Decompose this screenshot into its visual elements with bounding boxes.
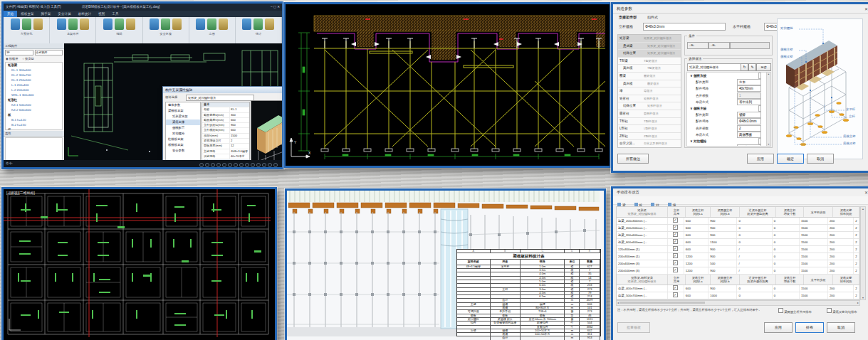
ribbon-group[interactable]: 安全复核 <box>143 17 189 43</box>
column-header[interactable]: 立杆共用 <box>668 275 686 285</box>
property-row[interactable]: 步距h(mm)1500 <box>202 134 249 139</box>
radio-by-floor[interactable]: ◉ 按楼层 <box>6 57 18 60</box>
batch-edit-button[interactable]: 批量修改 <box>617 322 650 333</box>
arrange-button[interactable]: 排布 <box>795 322 824 333</box>
command-prompt[interactable]: 命令: <box>6 161 13 165</box>
beam-row[interactable]: 120x300mm (1) 600 900 / 0 1500 200 2 <box>617 246 859 253</box>
method-prop-row[interactable]: ∨ 对拉螺栓 <box>687 138 767 144</box>
property-row[interactable]: 梁底增设立杆2 <box>202 139 249 144</box>
shared-checkbox[interactable] <box>668 292 684 299</box>
shared-checkbox[interactable] <box>668 218 684 224</box>
shared-checkbox[interactable] <box>668 232 684 238</box>
vertical-scrollbar[interactable]: ▴ ▾ <box>860 206 866 300</box>
ribbon-group-icons[interactable] <box>145 18 187 30</box>
dialog-tree-item[interactable]: 梁模板支架 <box>166 108 200 114</box>
category-row[interactable]: 悬挑梁矩形梁_对拉螺栓做法 <box>618 43 681 51</box>
dialog-tree-item[interactable]: 侧模配置 <box>166 125 200 131</box>
category-row[interactable]: 特殊位置矩形梁_对拉螺栓做法 <box>618 50 681 58</box>
status-toggle-icons[interactable] <box>199 161 279 169</box>
component-tree-item[interactable]: KZ-1 500x500 <box>6 102 62 107</box>
component-tree-item[interactable]: KL-2 300x700 <box>6 73 62 78</box>
column-header[interactable]: 梁两侧立杆间距Lb <box>711 207 740 217</box>
tool-icon[interactable] <box>126 18 135 30</box>
beam-row[interactable]: 边梁_600x600mm (... 600 1100 0 0 1500 200 … <box>617 239 859 246</box>
property-row[interactable]: 立杆纵距la(mm)900 <box>202 123 249 128</box>
apply-button[interactable]: 应用 <box>764 322 793 333</box>
shared-checkbox[interactable] <box>668 225 684 231</box>
tool-icon[interactable] <box>253 18 263 30</box>
method-combo[interactable]: 矩形梁_对拉螺栓做法 <box>687 63 741 71</box>
dialog-tree-item[interactable]: 矩形梁支架 <box>166 114 200 119</box>
condition-combo-1[interactable]: -无- <box>687 42 708 49</box>
dialog-tree-item[interactable]: 板模板支架 <box>166 142 200 148</box>
condition-value-field[interactable] <box>730 42 770 49</box>
tool-icon[interactable] <box>115 18 124 30</box>
ok-button[interactable]: 确定 <box>777 154 804 164</box>
method-grid-scrollbar[interactable]: ▴ ▾ <box>766 72 771 147</box>
tool-icon[interactable] <box>207 18 216 30</box>
category-row[interactable]: T型柱T型柱做法 <box>618 118 681 126</box>
method-prop-row[interactable]: 配件类型钢管 <box>687 112 767 118</box>
column-header[interactable]: 梁底立杆间距La <box>686 207 711 217</box>
cad-window-buttons[interactable]: ‒ ▢ ✕ <box>271 4 280 11</box>
ribbon-group[interactable]: 方案转化 <box>4 17 50 43</box>
floor-combo[interactable]: 3F <box>5 50 33 55</box>
dialog-tree-item[interactable]: 梁底支撑 <box>166 119 200 125</box>
property-row[interactable]: 立杆横距lb(mm)600 <box>202 128 249 133</box>
category-row[interactable]: 圆形柱圆形柱做法 <box>618 110 681 118</box>
tool-icon[interactable] <box>172 18 182 30</box>
property-row[interactable]: 截面宽度b(mm)300 <box>202 113 249 118</box>
method-prop-row[interactable]: ∨ 侧模次棱 <box>687 73 767 79</box>
beam-row[interactable]: 边梁_200x300mm (... 600 900 0 0 1500 200 2 <box>617 218 859 225</box>
type-combo[interactable]: 全部构件 <box>35 50 63 55</box>
tool-icon[interactable] <box>265 18 274 30</box>
component-tree-item[interactable]: 板 <box>6 112 62 117</box>
all-methods-button[interactable]: 所有做法 <box>617 154 649 164</box>
beam-row[interactable]: 边梁_200x500mm (... 600 900 0 0 1500 200 2 <box>617 225 859 232</box>
tool-icon[interactable] <box>57 18 66 30</box>
component-tree-item[interactable]: L-1 200x400 <box>6 83 62 87</box>
apply-button[interactable]: 应用 <box>747 154 774 164</box>
beam-row[interactable]: 边梁_500x700mm (... 600 1000 0 0 1500 200 … <box>617 292 859 299</box>
beam-row[interactable]: 200x500mm (3) 1200 900 / 0 1500 200 2 <box>617 267 859 275</box>
ribbon-tab[interactable]: 视图 <box>95 11 108 17</box>
ribbon-tab[interactable]: 工具 <box>108 11 122 17</box>
column-header[interactable]: 梁底次棱排布间距 <box>833 207 859 217</box>
ribbon-tab[interactable]: 材料统计 <box>75 11 95 17</box>
cad-canvas[interactable]: 构件支架属性编辑 ✕ 做法选择 矩形梁_对拉螺栓做法 整体参数梁模板支架矩形梁支… <box>64 43 282 160</box>
method-prop-row[interactable]: ∨ 侧模主棱 <box>687 105 767 112</box>
column-header[interactable]: 近梁外侧立杆距梁外侧边距离 <box>740 275 776 285</box>
column-header[interactable]: 梁底立杆增设个数 <box>776 275 804 285</box>
component-tree-item[interactable]: KL-1 300x600 <box>6 68 62 73</box>
column-header[interactable]: 梁底立杆间距La <box>686 275 711 285</box>
category-row[interactable]: 墙墙做法 <box>618 87 681 95</box>
ribbon-group[interactable]: 统计 <box>236 17 282 43</box>
component-tree-item[interactable]: KZ-2 600x600 <box>6 107 62 112</box>
method-prop-row[interactable]: 配件类型对拉螺栓 <box>687 144 767 147</box>
cad-menubar[interactable]: 文件(F) 编辑(E) 视图(V) 插入(I) 工具(T) <box>6 4 61 11</box>
ribbon-tab[interactable]: 模板支架 <box>17 11 37 17</box>
property-row[interactable]: 面板厚度(mm)12 <box>202 144 249 149</box>
ribbon-group-icons[interactable] <box>6 18 47 30</box>
column-header[interactable]: 梁底次棱排布间距 <box>833 275 859 285</box>
category-row[interactable]: 特殊位置矩形柱做法 <box>618 102 681 110</box>
property-row[interactable]: 主棱规格Φ48×3.0钢管 <box>202 149 249 154</box>
method-prop-row[interactable]: 配件规格Φ48x3.0mm <box>687 118 767 124</box>
shared-checkbox[interactable] <box>668 267 684 274</box>
shared-checkbox[interactable] <box>668 239 684 245</box>
method-combo[interactable]: 矩形梁_对拉螺栓做法 <box>186 95 254 101</box>
ribbon-group-icons[interactable] <box>238 18 279 30</box>
category-row[interactable]: 矩形柱矩形柱做法 <box>618 95 681 103</box>
method-prop-row[interactable]: 合并根数2 <box>687 125 767 132</box>
shared-checkbox[interactable] <box>668 285 684 292</box>
column-header[interactable]: 水平杆步距 <box>804 275 833 285</box>
ribbon-group[interactable]: 支架布置 <box>50 17 96 43</box>
property-row[interactable]: 名称KL-1 <box>202 107 249 112</box>
dialog-3d-preview[interactable] <box>251 100 282 160</box>
component-tree-item[interactable]: 矩形梁 <box>6 63 62 68</box>
category-row[interactable]: L型柱L型柱做法 <box>618 125 681 133</box>
radio-by-type[interactable]: ○ 按类型 <box>22 57 33 60</box>
component-tree-item[interactable]: L-2 200x500 <box>6 87 62 92</box>
category-row[interactable]: 高支模圈梁做法 <box>618 80 681 88</box>
component-tree-item[interactable]: B-2 h=150 <box>6 122 62 127</box>
